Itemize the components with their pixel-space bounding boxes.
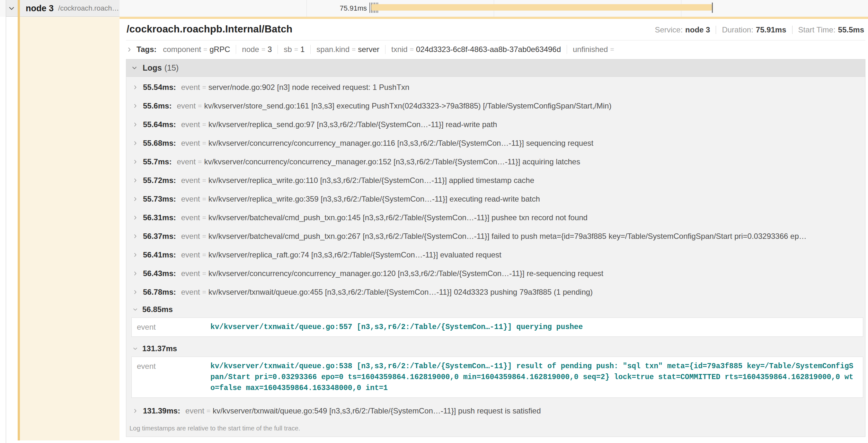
log-field-key: event [181,83,200,92]
logs-title: Logs [143,63,162,73]
chevron-right-icon [133,234,138,239]
log-timestamp: 56.37ms: [143,232,176,241]
duration-label: Duration: [722,25,753,34]
log-field-value: kv/kvserver/replica_write.go:359 [n3,s3,… [209,195,540,204]
span-duration-label: 75.91ms [340,0,367,17]
chevron-down-icon [133,346,138,351]
log-field-key: event [181,232,200,241]
tag-value: 024d3323-6c8f-4863-aa8b-37ab0e63496d [416,45,561,54]
log-field-value: kv/kvserver/concurrency/concurrency_mana… [204,157,580,166]
log-row-collapsed[interactable]: 56.37ms: event = kv/kvserver/batcheval/c… [126,227,865,246]
log-timestamp: 56.78ms: [143,287,176,297]
span-name-cell[interactable]: node 3 /cockroach.roach… [26,0,119,17]
span-service-name: node 3 [26,3,54,13]
equals-sign: = [410,45,414,53]
log-field-value: kv/kvserver/replica_send.go:97 [n3,s3,r6… [209,120,497,129]
log-row-collapsed[interactable]: 56.41ms: event = kv/kvserver/replica_raf… [126,246,865,264]
log-timestamp: 56.85ms [142,305,173,314]
logs-footer-note: Log timestamps are relative to the start… [126,420,865,437]
log-timestamp: 56.31ms: [143,213,176,222]
log-row-collapsed[interactable]: 131.39ms: event = kv/kvserver/txnwait/qu… [126,402,865,420]
trace-viewer-page: node 3 /cockroach.roach… 75.91ms /cockro… [0,0,868,443]
log-row-collapsed[interactable]: 56.31ms: event = kv/kvserver/batcheval/c… [126,208,865,227]
log-field-value: kv/kvserver/batcheval/cmd_push_txn.go:26… [209,232,807,241]
logs-accordion-header[interactable]: Logs (15) [126,59,865,77]
log-field-value: kv/kvserver/txnwait/queue.go:549 [n3,s3,… [213,406,541,415]
span-color-rail [18,0,20,440]
chevron-down-icon[interactable] [8,4,16,12]
equals-sign: = [352,45,355,53]
equals-sign: = [202,288,206,296]
chevron-right-icon [133,159,138,164]
log-row-expanded: 56.85ms event kv/kvserver/txnwait/queue.… [126,301,865,341]
equals-sign: = [198,102,202,110]
log-timestamp: 55.54ms: [143,83,176,92]
log-expanded-header[interactable]: 56.85ms [126,301,865,317]
tag-value: gRPC [210,45,230,54]
log-field-key: event [181,195,200,204]
log-timestamp: 55.73ms: [143,195,176,204]
log-field-key: event [137,361,210,371]
chevron-right-icon [133,289,138,295]
overview-divider [716,26,716,34]
log-row-collapsed[interactable]: 56.78ms: event = kv/kvserver/txnwait/que… [126,283,865,301]
log-timestamp: 55.7ms: [143,157,172,166]
log-row-collapsed[interactable]: 55.54ms: event = server/node.go:902 [n3]… [126,78,865,97]
logs-section: Logs (15) 55.54ms: event = server/node.g… [126,59,865,437]
log-row-expanded: 131.37ms event kv/kvserver/txnwait/queue… [126,341,865,402]
tag-pill[interactable]: component = gRPC [163,45,236,54]
tag-value: server [358,45,379,54]
log-field-value: kv/kvserver/txnwait/queue.go:455 [n3,s3,… [209,287,593,297]
tag-pill[interactable]: unfinished = [567,45,622,54]
tag-key: span.kind [316,45,349,54]
log-timestamp: 55.72ms: [143,176,176,185]
tags-accordion[interactable]: Tags: component = gRPC node = 3 sb = 1 s… [127,45,865,54]
chevron-right-icon [127,47,132,52]
log-timestamp: 55.68ms: [143,139,176,148]
span-detail-title: /cockroach.roachpb.Internal/Batch [127,24,293,35]
equals-sign: = [202,232,206,240]
log-field-key: event [177,101,196,110]
chevron-down-icon [131,65,137,71]
service-value: node 3 [685,25,710,34]
log-field-key: event [181,250,200,260]
log-row-collapsed[interactable]: 55.6ms: event = kv/kvserver/store_send.g… [126,97,865,115]
tag-key: txnid [391,45,408,54]
log-row-collapsed[interactable]: 55.64ms: event = kv/kvserver/replica_sen… [126,115,865,134]
tag-pill[interactable]: txnid = 024d3323-6c8f-4863-aa8b-37ab0e63… [385,45,567,54]
log-keyvalue-table: event kv/kvserver/txnwait/queue.go:538 [… [131,356,863,398]
tag-pill[interactable]: span.kind = server [310,45,385,54]
chevron-right-icon [133,178,138,183]
chevron-right-icon [133,197,138,202]
tag-key: component [163,45,201,54]
log-row-collapsed[interactable]: 55.73ms: event = kv/kvserver/replica_wri… [126,190,865,208]
span-duration-bar[interactable] [371,4,712,10]
log-row-collapsed[interactable]: 55.7ms: event = kv/kvserver/concurrency/… [126,152,865,171]
service-label: Service: [655,25,683,34]
log-row-collapsed[interactable]: 56.43ms: event = kv/kvserver/concurrency… [126,264,865,283]
tag-key: unfinished [573,45,608,54]
log-expanded-header[interactable]: 131.37ms [126,341,865,356]
tag-pill[interactable]: node = 3 [236,45,278,54]
chevron-right-icon [133,85,138,90]
log-row-collapsed[interactable]: 55.72ms: event = kv/kvserver/replica_wri… [126,171,865,190]
span-detail-panel: /cockroach.roachpb.Internal/Batch Servic… [120,17,868,443]
log-field-key: event [177,157,196,166]
equals-sign: = [202,214,206,222]
log-row-collapsed[interactable]: 55.68ms: event = kv/kvserver/concurrency… [126,134,865,152]
log-timestamp: 131.39ms: [143,406,180,415]
log-field-value: kv/kvserver/txnwait/queue.go:538 [n3,s3,… [210,361,858,394]
log-field-value: kv/kvserver/replica_write.go:110 [n3,s3,… [209,176,534,185]
log-field-key: event [181,139,200,148]
equals-sign: = [202,121,206,128]
equals-sign: = [610,45,614,53]
chevron-right-icon [133,215,138,220]
equals-sign: = [207,407,210,415]
log-field-key: event [181,120,200,129]
tag-pill[interactable]: sb = 1 [278,45,310,54]
start-time-label: Start Time: [798,25,836,34]
equals-sign: = [261,45,265,53]
equals-sign: = [202,139,206,147]
chevron-right-icon [133,122,138,127]
log-field-value: kv/kvserver/concurrency/concurrency_mana… [209,139,593,148]
